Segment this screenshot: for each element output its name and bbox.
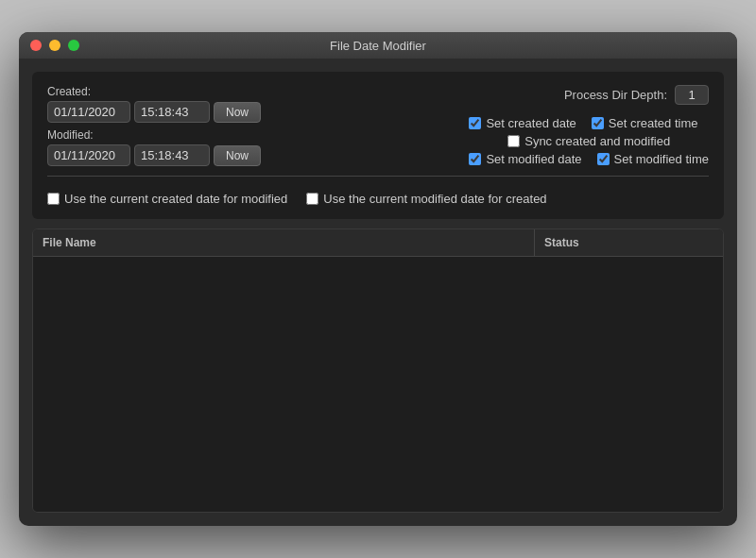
set-modified-time-checkbox[interactable] [597, 153, 610, 165]
set-created-time-item[interactable]: Set created time [592, 116, 698, 130]
process-depth-input[interactable] [675, 85, 709, 105]
created-now-button[interactable]: Now [214, 102, 261, 123]
set-modified-date-checkbox[interactable] [469, 153, 481, 165]
main-window: File Date Modifier Created: Now [19, 32, 737, 526]
titlebar: File Date Modifier [19, 32, 737, 59]
process-depth-label: Process Dir Depth: [564, 88, 667, 102]
checkbox-row-1: Set created date Set created time [469, 116, 709, 130]
use-created-for-modified-item[interactable]: Use the current created date for modifie… [47, 192, 287, 206]
use-modified-for-created-item[interactable]: Use the current modified date for create… [306, 192, 546, 206]
file-table: File Name Status [32, 228, 724, 513]
table-body [33, 257, 723, 512]
status-header: Status [534, 229, 723, 256]
modified-time-input[interactable] [134, 144, 210, 166]
set-created-time-label: Set created time [609, 116, 698, 130]
modified-label: Modified: [47, 128, 261, 142]
window-controls [30, 40, 79, 51]
checkbox-row-2: Sync created and modified [469, 134, 709, 148]
set-modified-time-label: Set modified time [614, 152, 709, 166]
content-area: Created: Now Modified: Now [19, 59, 737, 526]
separator [47, 176, 709, 177]
use-modified-for-created-checkbox[interactable] [306, 193, 318, 205]
use-created-for-modified-label: Use the current created date for modifie… [64, 192, 287, 206]
created-label: Created: [47, 85, 261, 98]
created-date-input[interactable] [47, 101, 130, 123]
checkbox-grid: Set created date Set created time [469, 116, 709, 166]
options-panel: Created: Now Modified: Now [32, 72, 724, 219]
checkbox-row-3: Set modified date Set modified time [469, 152, 709, 166]
set-created-date-item[interactable]: Set created date [469, 116, 576, 130]
use-modified-for-created-label: Use the current modified date for create… [323, 192, 546, 206]
created-field-row: Created: Now [47, 85, 261, 123]
options-right-section: Process Dir Depth: Set created date [469, 85, 709, 166]
maximize-button[interactable] [68, 40, 79, 51]
date-fields-section: Created: Now Modified: Now [47, 85, 261, 166]
set-modified-time-item[interactable]: Set modified time [597, 152, 709, 166]
modified-now-button[interactable]: Now [214, 145, 261, 166]
set-created-date-checkbox[interactable] [469, 117, 481, 129]
use-created-for-modified-checkbox[interactable] [47, 193, 60, 205]
created-time-input[interactable] [134, 101, 210, 123]
set-modified-date-label: Set modified date [486, 152, 581, 166]
created-input-row: Now [47, 101, 261, 123]
minimize-button[interactable] [49, 40, 60, 51]
set-created-time-checkbox[interactable] [592, 117, 604, 129]
options-inner: Created: Now Modified: Now [47, 85, 709, 166]
window-title: File Date Modifier [330, 39, 426, 53]
filename-header: File Name [33, 229, 534, 256]
close-button[interactable] [30, 40, 42, 51]
modified-input-row: Now [47, 144, 261, 166]
table-header: File Name Status [33, 229, 723, 257]
sync-checkbox[interactable] [507, 135, 520, 147]
modified-date-input[interactable] [47, 144, 130, 166]
bottom-options: Use the current created date for modifie… [47, 186, 709, 206]
set-modified-date-item[interactable]: Set modified date [469, 152, 581, 166]
sync-label: Sync created and modified [524, 134, 670, 148]
sync-item[interactable]: Sync created and modified [507, 134, 670, 148]
set-created-date-label: Set created date [486, 116, 576, 130]
modified-field-row: Modified: Now [47, 128, 261, 166]
process-depth-row: Process Dir Depth: [564, 85, 709, 105]
